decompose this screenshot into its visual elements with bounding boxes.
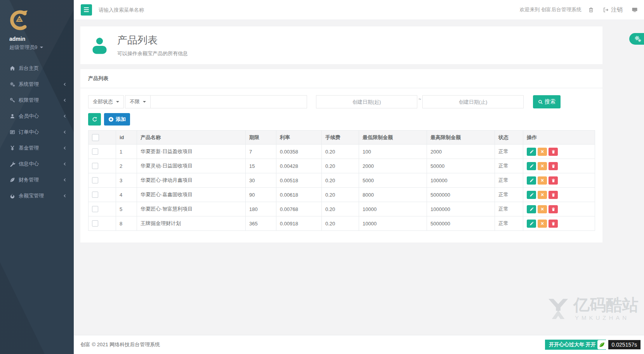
cell-fee: 0.20 <box>322 159 359 173</box>
chevron-left-icon <box>62 130 67 134</box>
footer: 创富 © 2021 网络科技后台管理系统 开开心心过大年 开开 0.025157… <box>74 335 644 354</box>
disable-button[interactable]: × <box>538 191 547 199</box>
row-checkbox[interactable] <box>92 206 98 212</box>
date-start-input[interactable] <box>316 95 417 108</box>
cell-rate: 0.00518 <box>276 173 322 188</box>
sidebar-item-label: 基金管理 <box>19 145 62 152</box>
delete-button[interactable] <box>549 176 558 185</box>
trash-icon <box>551 178 555 183</box>
trash-icon <box>551 150 555 154</box>
cell-actions: × <box>523 173 595 188</box>
logout-button[interactable]: 注销 <box>601 6 625 14</box>
sidebar-item-wrench[interactable]: 信息中心 <box>0 156 74 172</box>
cell-id: 3 <box>116 173 137 188</box>
chevron-left-icon <box>62 194 67 198</box>
status-select[interactable]: 全部状态 <box>88 95 124 108</box>
add-button[interactable]: 添加 <box>104 113 130 126</box>
delete-button[interactable] <box>549 220 558 228</box>
cell-status: 正常 <box>495 216 523 231</box>
disable-button[interactable]: × <box>538 205 547 213</box>
edit-button[interactable] <box>527 148 536 156</box>
cell-min: 8000 <box>359 188 427 202</box>
delete-button[interactable] <box>549 162 558 170</box>
product-list-panel: 产品列表 全部状态 不限 ~ <box>80 69 602 242</box>
cell-term: 365 <box>246 216 276 231</box>
hamburger-icon <box>84 7 89 8</box>
disable-button[interactable]: × <box>538 148 547 156</box>
delete-button[interactable] <box>549 205 558 213</box>
row-checkbox[interactable] <box>92 192 98 198</box>
cell-max: 100000 <box>427 173 495 188</box>
row-checkbox[interactable] <box>92 220 98 227</box>
cell-name: 华夏荟新·日益盈收项目 <box>137 145 246 159</box>
search-button-label: 搜索 <box>545 98 555 105</box>
cell-term: 30 <box>246 173 276 188</box>
product-table: id产品名称期限利率手续费最低限制金额最高限制金额状态操作 1华夏荟新·日益盈收… <box>88 130 595 231</box>
caret-down-icon <box>143 101 146 103</box>
sidebar-item-leaf[interactable]: 财务管理 <box>0 172 74 188</box>
edit-button[interactable] <box>527 220 536 228</box>
disable-button[interactable]: × <box>538 220 547 228</box>
menu-search-input[interactable] <box>98 7 222 13</box>
edit-button[interactable] <box>527 205 536 213</box>
cell-fee: 0.20 <box>322 216 359 231</box>
menu-toggle-button[interactable] <box>81 4 92 16</box>
sidebar-item-yen[interactable]: 基金管理 <box>0 140 74 156</box>
limit-select[interactable]: 不限 <box>125 95 151 108</box>
fullscreen-monitor-icon[interactable] <box>632 7 638 13</box>
sidebar-item-order[interactable]: 订单中心 <box>0 124 74 140</box>
watermark-text: 亿码酷站 YMKUZHAN <box>573 297 639 321</box>
trash-icon <box>551 207 555 211</box>
pencil-icon <box>529 221 534 226</box>
role-label: 超级管理员9 <box>9 44 37 51</box>
sidebar-item-label: 财务管理 <box>19 176 62 183</box>
delete-button[interactable] <box>549 148 558 156</box>
navbar-right: 欢迎来到 创富后台管理系统 注销 <box>519 6 638 14</box>
select-all-checkbox[interactable] <box>92 134 99 141</box>
chevron-left-icon <box>62 162 67 166</box>
caret-down-icon <box>116 101 119 103</box>
column-header: 期限 <box>246 131 276 145</box>
date-end-input[interactable] <box>422 95 524 108</box>
sidebar-item-fire[interactable]: 余额宝管理 <box>0 188 74 204</box>
sidebar-item-home[interactable]: 后台主页 <box>0 60 74 76</box>
cell-name: 华夏匠心·智富慧利项目 <box>137 202 246 216</box>
sidebar-item-key[interactable]: 权限管理 <box>0 92 74 108</box>
delete-button[interactable] <box>549 191 558 199</box>
page-heading-card: 产品列表 可以操作余额宝产品的所有信息 <box>80 26 602 64</box>
pencil-icon <box>529 193 534 197</box>
edit-button[interactable] <box>527 176 536 185</box>
disable-button[interactable]: × <box>538 162 547 170</box>
row-checkbox[interactable] <box>92 177 98 183</box>
table-row: 5华夏匠心·智富慧利项目1800.007680.20100001000000正常… <box>89 202 595 216</box>
edit-button[interactable] <box>527 191 536 199</box>
theme-settings-button[interactable] <box>629 33 644 45</box>
sidebar-item-label: 权限管理 <box>19 97 62 104</box>
role-dropdown[interactable]: 超级管理员9 <box>9 44 74 51</box>
cell-min: 100 <box>359 145 427 159</box>
search-button[interactable]: 搜索 <box>533 95 561 108</box>
disable-button[interactable]: × <box>538 176 547 185</box>
x-icon: × <box>541 149 544 154</box>
row-checkbox[interactable] <box>92 163 98 169</box>
cell-checkbox <box>89 173 116 188</box>
sidebar-item-user[interactable]: 会员中心 <box>0 108 74 124</box>
logout-label: 注销 <box>611 6 623 14</box>
row-checkbox[interactable] <box>92 148 98 155</box>
chevron-left-icon <box>62 98 67 103</box>
column-header: 状态 <box>495 131 523 145</box>
cell-name: 华夏匠心·律动月鑫项目 <box>137 173 246 188</box>
keyword-input[interactable] <box>150 95 307 108</box>
user-icon <box>10 113 19 119</box>
column-header: id <box>116 131 137 145</box>
fire-icon <box>10 193 19 199</box>
cell-max: 2000 <box>427 145 495 159</box>
trash-icon[interactable] <box>588 7 594 13</box>
cell-actions: × <box>523 159 595 173</box>
cell-rate: 0.00918 <box>276 216 322 231</box>
edit-button[interactable] <box>527 162 536 170</box>
x-icon: × <box>541 206 544 212</box>
sidebar-item-gears[interactable]: 系统管理 <box>0 76 74 92</box>
x-icon: × <box>541 192 544 197</box>
refresh-button[interactable] <box>88 113 101 126</box>
